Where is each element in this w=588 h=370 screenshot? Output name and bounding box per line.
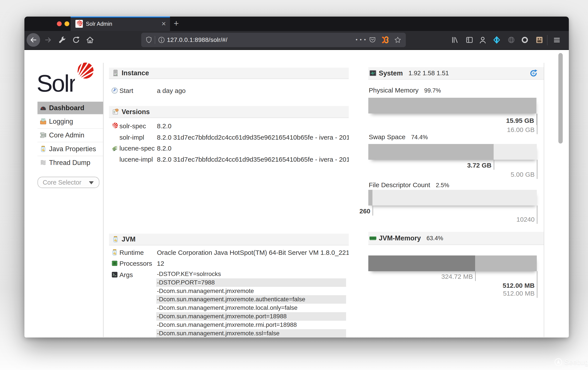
- gauge-bar-file-descriptor: [368, 190, 537, 206]
- tile-extension-button[interactable]: [535, 36, 544, 44]
- account-person-icon: [479, 36, 487, 44]
- panel-right-border: [544, 63, 544, 337]
- gauge-percent: 74.4%: [411, 134, 428, 141]
- jvm-arg: -Dcom.sun.management.jmxremote: [156, 287, 346, 295]
- extension-diamond-button[interactable]: [493, 36, 501, 44]
- forward-button[interactable]: [44, 36, 52, 44]
- sidebar-item-logging[interactable]: Logging: [38, 114, 103, 128]
- tab-close-icon[interactable]: ✕: [161, 17, 166, 31]
- gauge-bar-physical-memory: [368, 98, 537, 113]
- gauge-values-jvm-memory: 324.72 MB 512.00 MB 512.00 MB: [368, 271, 537, 298]
- address-bar[interactable]: 127.0.0.1:8988/solr/#/ • • •: [141, 33, 406, 47]
- d3-extension-icon[interactable]: [381, 36, 389, 44]
- core-selector-dropdown[interactable]: Core Selector: [38, 177, 99, 188]
- sidebar-item-core-admin[interactable]: Core Admin: [38, 128, 103, 142]
- gauge-values-physical-memory: 15.95 GB 16.00 GB: [368, 114, 537, 134]
- row-label: Args: [119, 270, 133, 280]
- title-bar: Solr Admin ✕ +: [24, 17, 569, 31]
- thread-dump-icon: [40, 159, 47, 166]
- instance-section-header: Instance: [109, 68, 349, 79]
- browser-toolbar: 127.0.0.1:8988/solr/#/ • • •: [24, 31, 569, 50]
- sidebar-item-label: Java Properties: [49, 145, 96, 153]
- dashboard-gauge-icon: [40, 105, 47, 111]
- library-icon: [451, 36, 459, 44]
- version-row: solr-impl 8.2.0 31d7ec7bbfdcd2c4cc61d9d3…: [109, 132, 349, 142]
- gauge-max-value: 16.00 GB: [368, 114, 537, 134]
- jvm-arg: -DSTOP.PORT=7988: [156, 278, 346, 287]
- row-label: solr-impl: [119, 132, 144, 142]
- clock-icon: [111, 87, 118, 94]
- scrollbar-thumb[interactable]: [558, 53, 563, 143]
- refresh-icon: [529, 69, 538, 77]
- section-title: JVM: [122, 235, 136, 243]
- tools-button[interactable]: [58, 36, 66, 44]
- jvm-arg: -Dcom.sun.management.jmxremote.local.onl…: [156, 304, 346, 312]
- globe-icon: [507, 36, 515, 44]
- system-section-header: System 1.92 1.58 1.51: [368, 67, 544, 80]
- home-button[interactable]: [86, 36, 94, 44]
- sidebar-item-java-properties[interactable]: Java Properties: [38, 142, 103, 156]
- site-info-icon[interactable]: [158, 36, 165, 44]
- new-tab-button[interactable]: +: [174, 17, 179, 31]
- section-title: JVM-Memory: [379, 234, 421, 242]
- instance-server-icon: [112, 70, 119, 76]
- forward-arrow-icon: [44, 36, 52, 44]
- toolbar-separator: [547, 35, 547, 45]
- globe-extension-button[interactable]: [507, 36, 515, 44]
- gauge-name: File Descriptor Count: [369, 181, 430, 189]
- url-text[interactable]: 127.0.0.1:8988/solr/#/: [167, 33, 227, 47]
- back-button[interactable]: [27, 33, 40, 47]
- gauge-percent: 2.5%: [436, 182, 449, 189]
- row-label: Runtime: [119, 248, 144, 258]
- runtime-row: Runtime Oracle Corporation Java HotSpot(…: [109, 248, 349, 258]
- gauge-bar-jvm-memory: [368, 255, 537, 271]
- sidebar-item-dashboard[interactable]: Dashboard: [38, 102, 103, 114]
- gauge-max-value: 10240: [368, 206, 537, 224]
- row-label: lucene-spec: [119, 143, 155, 153]
- core-admin-stack-icon: [40, 132, 47, 139]
- main-column: Instance Start a day ago Versions solr: [109, 50, 349, 337]
- account-button[interactable]: [479, 36, 487, 44]
- reload-icon: [72, 36, 80, 44]
- pocket-icon[interactable]: [369, 36, 376, 44]
- row-value: Oracle Corporation Java HotSpot(TM) 64-B…: [157, 248, 349, 258]
- chevron-down-icon: [89, 181, 94, 184]
- version-row: lucene-impl 8.2.0 31d7ec7bbfdcd2c4cc61d9…: [109, 154, 349, 164]
- jvm-arg: -Dcom.sun.management.jmxremote.authentic…: [156, 295, 346, 304]
- versions-section-header: Versions: [109, 106, 349, 118]
- gauge-name: Physical Memory: [369, 87, 419, 94]
- tab-solr-admin[interactable]: Solr Admin ✕: [71, 17, 170, 31]
- library-button[interactable]: [451, 36, 459, 44]
- reload-button[interactable]: [72, 36, 80, 44]
- sidebar-item-label: Logging: [49, 118, 73, 125]
- start-row: Start a day ago: [109, 86, 349, 96]
- seebug-watermark: Seebug: [554, 357, 588, 367]
- solr-logo-text[interactable]: Solr: [37, 71, 76, 95]
- sidebar-toggle-button[interactable]: [465, 36, 473, 44]
- sidebar-item-label: Thread Dump: [49, 159, 90, 167]
- close-window-button[interactable]: [57, 21, 62, 26]
- sidebar-item-thread-dump[interactable]: Thread Dump: [38, 156, 103, 169]
- row-value: 8.2.0: [157, 121, 349, 131]
- sidebar-item-label: Dashboard: [49, 104, 84, 112]
- jvm-memory-ram-icon: [369, 235, 377, 242]
- page-actions-icon[interactable]: • • •: [356, 33, 366, 47]
- minimize-window-button[interactable]: [64, 21, 69, 26]
- bookmark-star-icon[interactable]: [394, 36, 401, 44]
- gauge-max-value: 5.00 GB: [368, 160, 537, 179]
- gauge-values-swap-space: 3.72 GB 5.00 GB: [368, 160, 537, 179]
- sidebar-item-label: Core Admin: [49, 131, 84, 139]
- java-properties-jar-icon: [40, 145, 47, 152]
- jvm-memory-section-header: JVM-Memory 63.4%: [368, 232, 544, 245]
- jvm-arg: -Dcom.sun.management.jmxremote.rmi.port=…: [156, 321, 346, 329]
- gauge-label-file-descriptor: File Descriptor Count 2.5%: [369, 181, 449, 190]
- jvm-args-list: -DSTOP.KEY=solrrocks -DSTOP.PORT=7988 -D…: [156, 270, 346, 337]
- jvm-jar-icon: [112, 236, 119, 243]
- section-title: Versions: [122, 108, 150, 116]
- menu-button[interactable]: [553, 36, 561, 44]
- ring-extension-button[interactable]: [521, 36, 529, 44]
- sidebar-menu: Dashboard Logging Core Admin Java Proper…: [38, 102, 103, 169]
- refresh-button[interactable]: [529, 69, 538, 77]
- jvm-arg: -Dcom.sun.management.jmxremote.port=1898…: [156, 312, 346, 321]
- tracking-protection-shield-icon[interactable]: [145, 36, 153, 44]
